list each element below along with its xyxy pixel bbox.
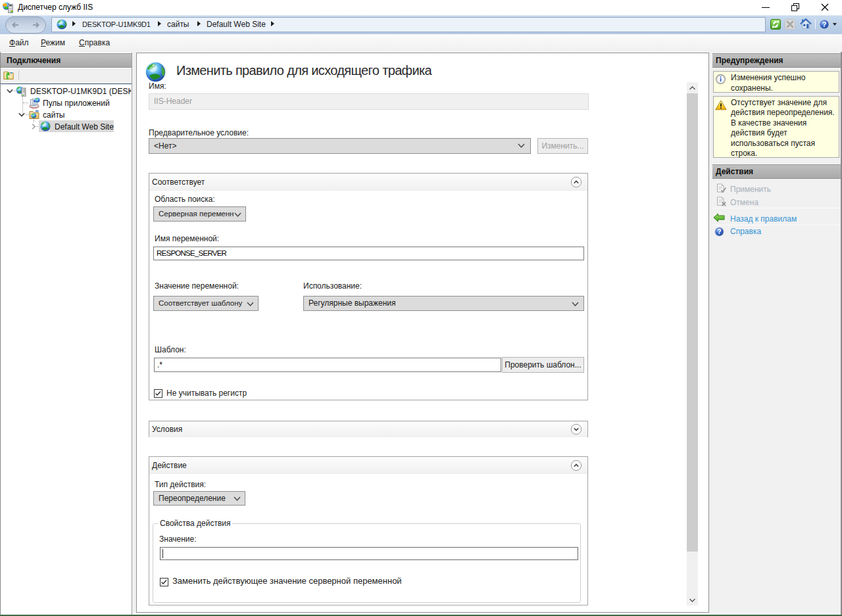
svg-text:?: ? bbox=[822, 20, 827, 28]
svg-text:?: ? bbox=[717, 227, 721, 235]
